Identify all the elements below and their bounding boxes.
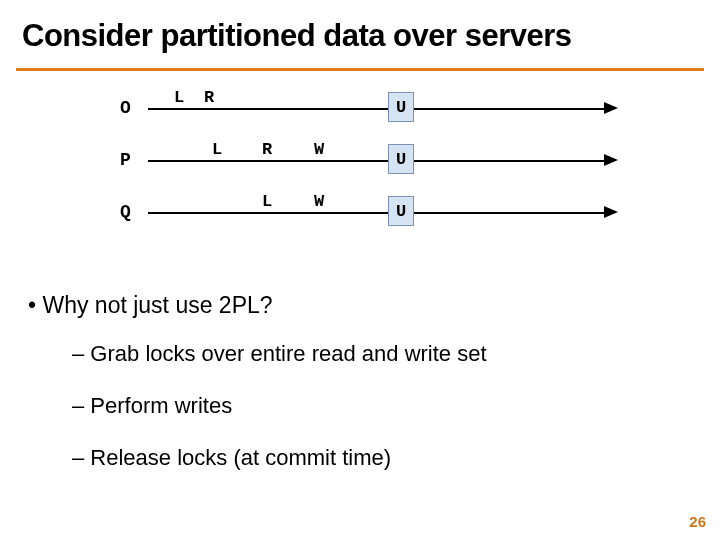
bullet-sub3: Release locks (at commit time) [72, 445, 678, 471]
arrow-Q [148, 212, 604, 214]
body-text: Why not just use 2PL? Grab locks over en… [28, 292, 678, 497]
event-P-R: R [260, 140, 274, 159]
bullet-sub3-text: Release locks (at commit time) [90, 445, 391, 470]
arrow-head-P [604, 154, 618, 166]
bullet-question-text: Why not just use 2PL? [42, 292, 272, 318]
row-label-P: P [120, 150, 131, 170]
slide: Consider partitioned data over servers O… [0, 0, 720, 540]
timeline-diagram: O L R U P L R W U Q L W U [120, 84, 640, 264]
event-Q-W: W [312, 192, 326, 211]
page-number: 26 [689, 513, 706, 530]
slide-title: Consider partitioned data over servers [22, 18, 572, 54]
event-P-W: W [312, 140, 326, 159]
title-rule [16, 68, 704, 71]
event-Q-L: L [260, 192, 274, 211]
row-label-Q: Q [120, 202, 131, 222]
row-label-O: O [120, 98, 131, 118]
bullet-sub1-text: Grab locks over entire read and write se… [90, 341, 486, 366]
bullet-question: Why not just use 2PL? [28, 292, 678, 319]
bullet-sub2: Perform writes [72, 393, 678, 419]
bullet-sub1: Grab locks over entire read and write se… [72, 341, 678, 367]
arrow-P [148, 160, 604, 162]
event-Q-U: U [388, 196, 414, 226]
arrow-head-O [604, 102, 618, 114]
event-O-R: R [202, 88, 216, 107]
event-P-U: U [388, 144, 414, 174]
arrow-head-Q [604, 206, 618, 218]
event-O-L: L [172, 88, 186, 107]
event-P-L: L [210, 140, 224, 159]
arrow-O [148, 108, 604, 110]
bullet-sub2-text: Perform writes [90, 393, 232, 418]
event-O-U: U [388, 92, 414, 122]
